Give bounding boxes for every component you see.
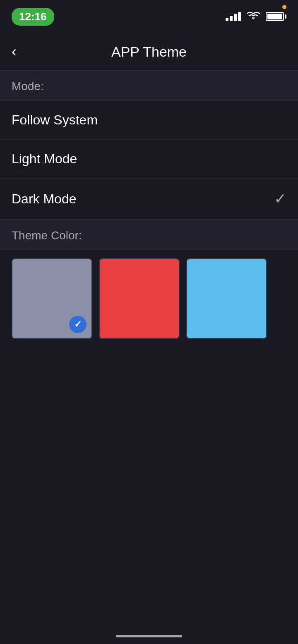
dark-mode-label: Dark Mode (12, 191, 77, 207)
color-grid: ✓ (0, 250, 298, 351)
light-mode-option[interactable]: Light Mode (0, 140, 298, 179)
orange-dot-indicator (282, 5, 286, 9)
wifi-icon (247, 10, 260, 23)
home-indicator (116, 635, 182, 637)
status-time: 12:16 (12, 8, 54, 26)
signal-icon (226, 12, 241, 21)
color-swatch-red[interactable] (99, 258, 180, 339)
color-swatch-blue[interactable] (186, 258, 267, 339)
theme-color-section-label: Theme Color: (0, 220, 298, 250)
dark-mode-checkmark: ✓ (274, 190, 286, 208)
light-mode-label: Light Mode (12, 151, 77, 167)
color-swatch-gray[interactable]: ✓ (12, 258, 92, 339)
header: ‹ APP Theme (0, 33, 298, 70)
status-right-icons (226, 10, 286, 23)
follow-system-option[interactable]: Follow System (0, 101, 298, 140)
check-badge-icon-gray: ✓ (74, 319, 82, 330)
battery-icon (266, 12, 286, 21)
mode-section-label: Mode: (0, 71, 298, 100)
back-button[interactable]: ‹ (12, 44, 17, 59)
page-title: APP Theme (111, 44, 187, 60)
status-bar: 12:16 (0, 0, 298, 33)
color-selected-badge-gray: ✓ (69, 316, 87, 333)
dark-mode-option[interactable]: Dark Mode ✓ (0, 179, 298, 219)
follow-system-label: Follow System (12, 112, 98, 128)
